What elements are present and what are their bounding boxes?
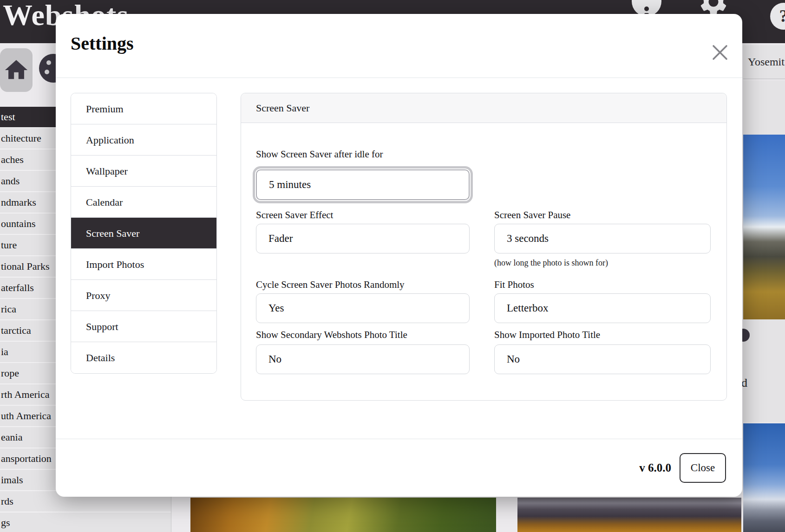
category-label: ands <box>1 175 20 187</box>
category-label: gs <box>1 517 10 528</box>
idle-select[interactable]: 5 minutes <box>256 169 470 200</box>
settings-nav-label: Wallpaper <box>86 165 128 177</box>
photo-thumbnail-mountain-valley[interactable] <box>517 498 741 532</box>
settings-nav: Premium Application Wallpaper Calendar S… <box>71 93 217 374</box>
photo-card-caption-area: d <box>743 319 785 422</box>
fit-label: Fit Photos <box>494 279 534 291</box>
photo-card-subrow <box>743 80 785 135</box>
category-label: chitecture <box>1 132 41 144</box>
category-label: ia <box>1 346 8 357</box>
settings-nav-item[interactable]: Support <box>71 311 216 342</box>
settings-nav-item[interactable]: Proxy <box>71 280 216 311</box>
category-label: rth America <box>1 389 49 400</box>
cycle-label: Cycle Screen Saver Photos Randomly <box>256 279 405 291</box>
info-icon-dot <box>644 6 649 11</box>
cycle-select[interactable]: Yes <box>256 293 470 323</box>
category-label: ansportation <box>1 453 52 464</box>
screen-saver-panel: Screen Saver Show Screen Saver after idl… <box>241 93 727 401</box>
category-label: aches <box>1 154 24 165</box>
category-label: rds <box>1 495 13 507</box>
dialog-footer: v 6.0.0 Close <box>56 439 742 497</box>
pause-hint: (how long the photo is shown for) <box>494 258 608 268</box>
settings-nav-label: Proxy <box>86 290 111 301</box>
settings-nav-label: Import Photos <box>86 259 144 270</box>
idle-label: Show Screen Saver after idle for <box>256 149 383 160</box>
category-label: test <box>1 111 15 123</box>
settings-nav-label: Details <box>86 352 115 363</box>
version-text: v 6.0.0 <box>639 461 671 474</box>
effect-label: Screen Saver Effect <box>256 209 333 221</box>
imported-title-select[interactable]: No <box>494 344 711 374</box>
question-mark-icon[interactable]: ? <box>770 3 785 30</box>
category-label: aterfalls <box>1 282 34 293</box>
settings-nav-item[interactable]: Import Photos <box>71 249 216 280</box>
category-label: ountains <box>1 218 36 229</box>
fit-select[interactable]: Letterbox <box>494 293 711 323</box>
close-icon[interactable] <box>711 43 729 62</box>
settings-nav-label: Screen Saver <box>86 227 139 239</box>
settings-nav-label: Application <box>86 134 134 146</box>
effect-select[interactable]: Fader <box>256 224 470 253</box>
settings-nav-label: Support <box>86 321 118 332</box>
category-label: eania <box>1 431 22 443</box>
imported-title-label: Show Imported Photo Title <box>494 329 600 341</box>
photo-thumbnail-yosemite[interactable] <box>743 135 785 319</box>
secondary-title-label: Show Secondary Webshots Photo Title <box>256 329 407 341</box>
category-label: imals <box>1 474 23 486</box>
home-icon <box>3 57 30 84</box>
photo-thumbnail-autumn-forest[interactable] <box>190 498 496 532</box>
category-label: rica <box>1 303 16 315</box>
panel-title: Screen Saver <box>241 93 726 123</box>
secondary-title-select[interactable]: No <box>256 344 470 374</box>
settings-nav-item[interactable]: Application <box>71 124 216 156</box>
pause-select[interactable]: 3 seconds <box>494 224 711 253</box>
pause-label: Screen Saver Pause <box>494 209 570 221</box>
palette-dot <box>45 70 49 74</box>
photo-card-title: Yosemit <box>743 45 785 79</box>
settings-nav-item[interactable]: Calendar <box>71 187 216 218</box>
category-label: uth America <box>1 410 51 422</box>
title-divider <box>56 78 742 78</box>
palette-dot <box>46 60 51 65</box>
category-label: tional Parks <box>1 260 50 272</box>
settings-nav-item[interactable]: Wallpaper <box>71 156 216 187</box>
category-label: ture <box>1 239 17 251</box>
settings-nav-label: Calendar <box>86 196 123 208</box>
category-label: ndmarks <box>1 196 36 208</box>
settings-nav-label: Premium <box>86 103 124 115</box>
settings-nav-item[interactable]: Premium <box>71 93 216 124</box>
settings-nav-item[interactable]: Details <box>71 342 216 373</box>
close-button[interactable]: Close <box>680 453 726 483</box>
dialog-title: Settings <box>71 32 134 54</box>
home-button[interactable] <box>0 48 33 92</box>
category-label: tarctica <box>1 324 31 336</box>
category-label: rope <box>1 367 19 379</box>
settings-nav-item[interactable]: Screen Saver <box>71 218 216 249</box>
settings-dialog: Settings Premium Application Wallpaper C… <box>56 14 742 497</box>
sidebar-category-item[interactable]: gs <box>0 513 171 532</box>
photo-thumbnail-sky[interactable] <box>743 423 785 532</box>
